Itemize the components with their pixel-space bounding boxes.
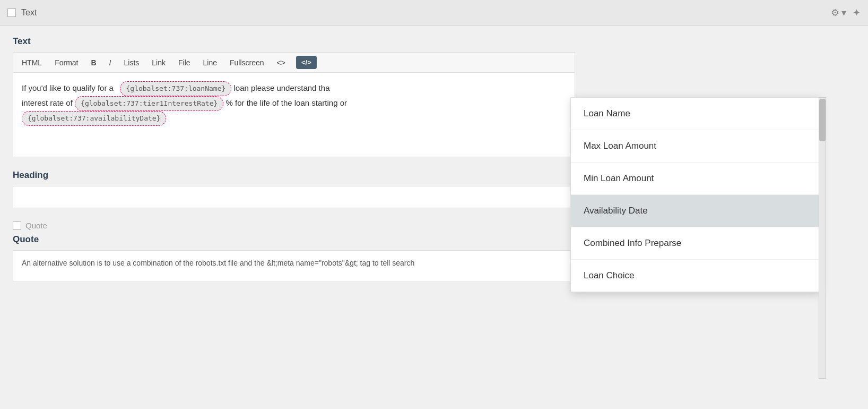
gear-icon: ⚙ xyxy=(831,7,839,19)
code-button[interactable]: </> xyxy=(296,56,317,69)
line-button[interactable]: Line xyxy=(201,57,219,68)
scrollbar-track[interactable] xyxy=(819,97,826,379)
text-editor[interactable]: If you'd like to qualify for a {globalse… xyxy=(13,72,575,157)
editor-mid3: % for the life of the loan starting or xyxy=(226,98,347,107)
quote-content: An alternative solution is to use a comb… xyxy=(22,259,414,267)
token-loan-name[interactable]: {globalset:737:loanName} xyxy=(120,81,231,96)
editor-mid2: interest rate of xyxy=(22,98,75,107)
title-bar-right: ⚙ ▾ ✦ xyxy=(831,7,861,19)
chevron-down-icon: ▾ xyxy=(841,7,846,19)
dropdown-item-combined-info[interactable]: Combined Info Preparse xyxy=(571,227,819,260)
quote-editor[interactable]: An alternative solution is to use a comb… xyxy=(13,250,575,282)
scrollbar-thumb[interactable] xyxy=(819,99,826,141)
quote-checkbox-label: Quote xyxy=(25,221,47,230)
window: Text ⚙ ▾ ✦ Text HTML Format B I Lists Li… xyxy=(0,0,868,409)
dropdown-item-min-loan-amount[interactable]: Min Loan Amount xyxy=(571,163,819,195)
dropdown-item-loan-name[interactable]: Loan Name xyxy=(571,98,819,130)
file-button[interactable]: File xyxy=(176,57,193,68)
title-bar: Text ⚙ ▾ ✦ xyxy=(0,0,868,25)
title-bar-left: Text xyxy=(7,8,37,18)
expand-icon[interactable]: ✦ xyxy=(853,7,861,19)
title-checkbox[interactable] xyxy=(7,8,16,17)
bold-button[interactable]: B xyxy=(89,57,98,68)
lists-button[interactable]: Lists xyxy=(121,57,141,68)
dropdown-item-availability-date[interactable]: Availability Date xyxy=(571,195,819,227)
italic-button[interactable]: I xyxy=(107,57,114,68)
fullscreen-button[interactable]: Fullscreen xyxy=(228,57,266,68)
token-interest-rate[interactable]: {globalset:737:tier1InterestRate} xyxy=(75,96,223,111)
heading-input[interactable] xyxy=(13,186,575,208)
dropdown-menu: Loan Name Max Loan Amount Min Loan Amoun… xyxy=(570,97,820,292)
angle-button[interactable]: <> xyxy=(275,57,288,68)
title-text: Text xyxy=(21,8,37,18)
dropdown-item-loan-choice[interactable]: Loan Choice xyxy=(571,260,819,292)
gear-settings-button[interactable]: ⚙ ▾ xyxy=(831,7,846,19)
html-button[interactable]: HTML xyxy=(20,57,44,68)
token-availability-date[interactable]: {globalset:737:availabilityDate} xyxy=(22,111,166,126)
text-section-label: Text xyxy=(13,36,855,47)
quote-checkbox[interactable] xyxy=(13,221,21,230)
editor-mid1: loan please understand tha xyxy=(234,83,330,92)
link-button[interactable]: Link xyxy=(150,57,168,68)
editor-toolbar: HTML Format B I Lists Link File Line Ful… xyxy=(13,52,575,72)
dropdown-item-max-loan-amount[interactable]: Max Loan Amount xyxy=(571,130,819,163)
editor-prefix: If you'd like to qualify for a xyxy=(22,83,114,92)
main-content: Text HTML Format B I Lists Link File Lin… xyxy=(0,25,868,293)
format-button[interactable]: Format xyxy=(53,57,80,68)
